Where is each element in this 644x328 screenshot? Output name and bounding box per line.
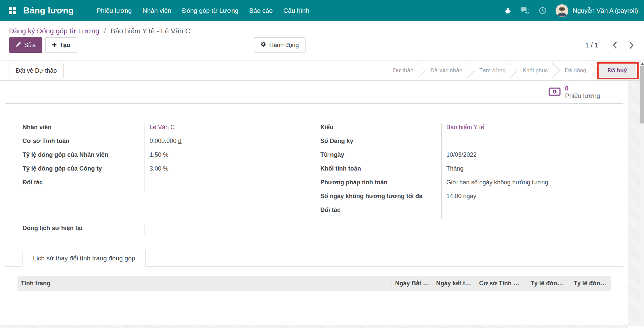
step-arrow-icon: [417, 61, 426, 80]
field-label-type: Kiểu: [320, 123, 441, 137]
field-value-computation-base: 9.000.000 đ: [150, 137, 320, 150]
user-avatar: [556, 4, 568, 17]
menu-item-configuration[interactable]: Cấu hình: [278, 0, 315, 21]
table-header-row: Tình trạng Ngày Bắt … Ngày kết t… Cơ sở …: [17, 276, 611, 291]
form-sheet: 0 Phiếu lương Nhân viên Cơ sở Tính toán …: [0, 81, 628, 326]
vertical-scrollbar[interactable]: [640, 61, 644, 326]
step-arrow-icon: [510, 61, 518, 80]
scrollbar-up-arrow-icon[interactable]: [640, 61, 644, 66]
status-step-cancelled-active[interactable]: Đã huỷ: [599, 61, 636, 80]
field-label-employee-rate: Tỷ lệ đóng góp của Nhân viên: [23, 150, 145, 164]
current-history-row: Dòng lịch sử hiện tại: [23, 224, 623, 235]
status-step-closed[interactable]: Đã đóng: [561, 61, 590, 80]
breadcrumb: Đăng ký Đóng góp từ Lương / Bảo hiểm Y t…: [0, 21, 644, 36]
bug-icon[interactable]: [504, 7, 512, 14]
user-menu[interactable]: Nguyễn Văn A (payroll): [556, 4, 638, 17]
field-value-partner-right: [446, 206, 623, 219]
field-label-computation-base: Cơ sở Tính toán: [23, 137, 145, 150]
field-label-registration-number: Số Đăng ký: [320, 137, 441, 150]
scrollbar-thumb[interactable]: [640, 66, 644, 123]
payslip-count: 0: [565, 85, 600, 92]
form-fields: Nhân viên Cơ sở Tính toán Tỷ lệ đóng góp…: [0, 104, 628, 219]
column-header-computation-base[interactable]: Cơ sở Tính …: [476, 276, 527, 291]
field-label-computation-block: Khối tính toán: [320, 164, 441, 178]
top-navbar: Bảng lương Phiếu lương Nhân viên Đóng gó…: [0, 0, 644, 21]
payslip-label: Phiếu lương: [565, 92, 600, 100]
field-value-type[interactable]: Bảo hiểm Y tế: [446, 123, 623, 137]
status-step-draft[interactable]: Dự thảo: [389, 61, 417, 80]
create-button[interactable]: Tạo: [45, 37, 77, 53]
currency-symbol: đ: [178, 138, 182, 144]
column-header-date-end[interactable]: Ngày kết t…: [433, 276, 476, 291]
field-value-company-rate: 3,00 %: [150, 164, 320, 178]
activity-clock-icon[interactable]: [539, 7, 547, 14]
menu-item-employees[interactable]: Nhân viên: [137, 0, 177, 21]
step-arrow-icon: [467, 61, 475, 80]
status-step-resumed[interactable]: Khôi phục: [518, 61, 552, 80]
field-label-date-from: Từ ngày: [320, 150, 441, 164]
pager: 1 / 1: [585, 41, 635, 50]
breadcrumb-parent-link[interactable]: Đăng ký Đóng góp từ Lương: [9, 27, 99, 35]
current-history-label: Dòng lịch sử hiện tại: [23, 224, 145, 235]
pager-value[interactable]: 1 / 1: [585, 41, 598, 49]
user-name: Nguyễn Văn A (payroll): [573, 7, 638, 14]
current-history-value: [145, 224, 623, 235]
field-value-employee-rate: 1,50 %: [150, 150, 320, 164]
column-header-rate-2[interactable]: Tỷ lệ đón…: [570, 276, 611, 291]
table-empty-row: [17, 291, 611, 310]
field-value-partner-left: [150, 178, 320, 192]
status-step-confirmed[interactable]: Đã xác nhận: [426, 61, 466, 80]
edit-button[interactable]: Sửa: [9, 37, 42, 53]
action-button[interactable]: Hành động: [254, 37, 306, 53]
column-header-rate-1[interactable]: Tỷ lệ đón…: [527, 276, 570, 291]
pencil-icon: [16, 42, 21, 49]
button-box: 0 Phiếu lương: [5, 81, 623, 104]
breadcrumb-separator: /: [101, 27, 109, 35]
plus-icon: [52, 42, 56, 49]
field-value-max-unpaid-days: 14,00 ngày: [446, 192, 623, 206]
field-value-date-from: 10/03/2022: [446, 150, 623, 164]
field-label-employee: Nhân viên: [23, 123, 145, 137]
payslips-stat-button[interactable]: 0 Phiếu lương: [541, 81, 623, 103]
gear-icon: [260, 41, 266, 49]
field-value-registration-number: [446, 137, 623, 150]
field-value-computation-method: Giới hạn số ngày không hưởng lương: [446, 178, 623, 192]
statusbar: Đặt về Dự thảo Dự thảo Đã xác nhận Tạm d…: [0, 61, 640, 81]
pager-next-button[interactable]: [628, 41, 635, 50]
column-header-status[interactable]: Tình trạng: [17, 276, 392, 291]
history-table: Tình trạng Ngày Bắt … Ngày kết t… Cơ sở …: [17, 276, 611, 310]
field-label-company-rate: Tỷ lệ đóng góp của Công ty: [23, 164, 145, 178]
field-label-max-unpaid-days: Số ngày không hưởng lương tối đa: [320, 192, 441, 206]
step-arrow-icon: [552, 61, 561, 80]
control-panel: Đăng ký Đóng góp từ Lương / Bảo hiểm Y t…: [0, 21, 644, 61]
field-label-partner-right: Đối tác: [320, 206, 441, 219]
field-label-computation-method: Phương pháp tính toán: [320, 178, 441, 192]
menu-item-reports[interactable]: Báo cáo: [244, 0, 278, 21]
pager-previous-button[interactable]: [612, 41, 618, 50]
app-title[interactable]: Bảng lương: [23, 5, 74, 16]
step-arrow-icon: [590, 61, 599, 80]
column-header-date-start[interactable]: Ngày Bắt …: [392, 276, 433, 291]
sheet-bottom-edge: [0, 325, 628, 328]
apps-menu-icon[interactable]: [9, 7, 16, 14]
notebook-tabs: Lịch sử thay đổi tình trạng đóng góp: [5, 250, 623, 267]
breadcrumb-current: Bảo hiểm Y tế - Lê Văn C: [111, 27, 190, 35]
set-to-draft-button[interactable]: Đặt về Dự thảo: [9, 63, 64, 78]
status-step-suspended[interactable]: Tạm dừng: [475, 61, 510, 80]
field-value-computation-block: Tháng: [446, 164, 623, 178]
menu-item-contributions[interactable]: Đóng góp từ Lương: [177, 0, 244, 21]
field-label-partner-left: Đối tác: [23, 178, 145, 192]
menu-item-payslips[interactable]: Phiếu lương: [91, 0, 137, 21]
chat-icon[interactable]: [521, 7, 530, 14]
page-background-strip: [628, 81, 640, 326]
money-bill-icon: [549, 87, 561, 97]
main-menu: Phiếu lương Nhân viên Đóng góp từ Lương …: [91, 0, 315, 21]
status-steps: Dự thảo Đã xác nhận Tạm dừng Khôi phục Đ…: [389, 61, 636, 80]
field-value-employee[interactable]: Lê Văn C: [150, 123, 320, 137]
tab-contribution-history[interactable]: Lịch sử thay đổi tình trạng đóng góp: [23, 250, 146, 267]
